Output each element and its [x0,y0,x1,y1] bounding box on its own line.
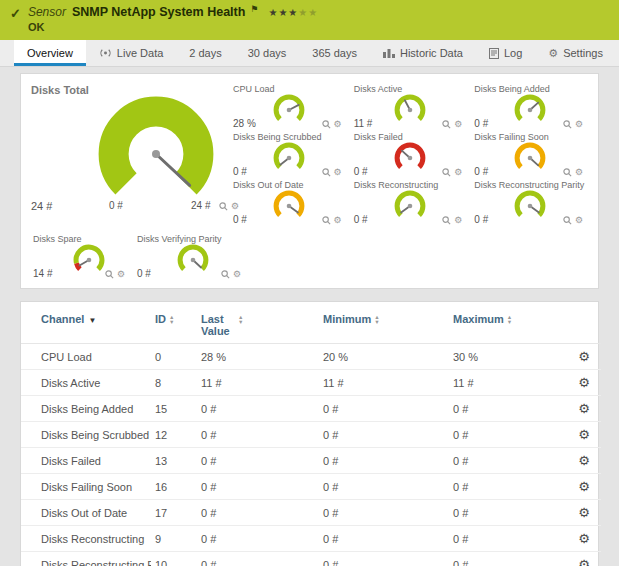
channel-id: 9 [151,526,197,552]
zoom-icon[interactable] [219,202,228,211]
sort-arrows-icon: ▲▼ [238,315,243,325]
channel-table-panel: Channel▼ ID▲▼ Last Value▲▼ Minimum▲▼ Max… [20,301,599,566]
gear-icon[interactable]: ⚙ [454,215,462,225]
gear-icon[interactable]: ⚙ [334,119,342,129]
gauge-disks-being-added: Disks Being Added0 #⚙ [472,84,593,132]
gauge-actions: ⚙ [322,119,342,129]
gauge-dial [514,190,546,222]
channel-settings-gear-icon[interactable]: ⚙ [578,505,590,520]
table-row: Disks Reconstructing90 #0 #0 #⚙ [21,526,601,552]
channel-id: 16 [151,474,197,500]
zoom-icon[interactable] [221,270,230,279]
column-header-settings [567,302,601,344]
gear-icon[interactable]: ⚙ [233,269,241,279]
gauge-actions: ⚙ [442,119,462,129]
gauge-disks-spare: Disks Spare14 #⚙ [31,234,135,282]
tab-historic-data[interactable]: Historic Data [370,40,476,66]
zoom-icon[interactable] [322,216,331,225]
zoom-icon[interactable] [563,216,572,225]
tab-settings[interactable]: ⚙ Settings [535,40,616,66]
channel-minimum: 0 # [319,552,449,566]
extra-gauges-grid: Disks Spare14 #⚙Disks Verifying Parity0 … [31,234,251,282]
channel-name: Disks Out of Date [21,500,151,526]
channel-settings-gear-icon[interactable]: ⚙ [578,427,590,442]
gauge-label: Disks Reconstructing Parity [474,180,584,190]
gauge-actions: ⚙ [442,215,462,225]
gear-icon[interactable]: ⚙ [334,215,342,225]
column-label: ID [155,313,166,325]
gauge-disks-out-of-date: Disks Out of Date0 #⚙ [231,180,352,228]
channel-id: 10 [151,552,197,566]
channel-name: Disks Failed [21,448,151,474]
channel-settings-cell: ⚙ [567,422,601,448]
gear-icon[interactable]: ⚙ [575,119,583,129]
gauge-dial [273,142,305,174]
column-header-last-value[interactable]: Last Value▲▼ [197,302,319,344]
gauge-cpu-load: CPU Load28 %⚙ [231,84,352,132]
channel-settings-gear-icon[interactable]: ⚙ [578,375,590,390]
gauge-label: CPU Load [233,84,275,94]
table-row: CPU Load028 %20 %30 %⚙ [21,344,601,370]
flag-icon[interactable]: ⚑ [250,4,258,14]
tab-30-days[interactable]: 30 days [235,40,300,66]
channel-settings-gear-icon[interactable]: ⚙ [578,531,590,546]
channel-last-value: 0 # [197,500,319,526]
table-row: Disks Active811 #11 #11 #⚙ [21,370,601,396]
channel-last-value: 0 # [197,448,319,474]
zoom-icon[interactable] [563,120,572,129]
column-header-minimum[interactable]: Minimum▲▼ [319,302,449,344]
gear-icon[interactable]: ⚙ [117,269,125,279]
zoom-icon[interactable] [563,168,572,177]
channel-settings-gear-icon[interactable]: ⚙ [578,479,590,494]
tab-2-days[interactable]: 2 days [176,40,234,66]
gauges-panel: Disks Total 0 # 24 # 24 # ⚙ CPU Load28 %… [20,73,599,289]
sort-desc-icon: ▼ [169,320,174,325]
sensor-title-block: Sensor SNMP NetApp System Health ⚑ ★★★★★… [28,5,609,40]
column-header-id[interactable]: ID▲▼ [151,302,197,344]
column-header-maximum[interactable]: Maximum▲▼ [449,302,567,344]
zoom-icon[interactable] [322,120,331,129]
gauge-value: 0 # [474,166,488,177]
zoom-icon[interactable] [105,270,114,279]
tab-label: Log [504,47,522,59]
gear-icon[interactable]: ⚙ [575,215,583,225]
tab-live-data[interactable]: Live Data [86,40,176,66]
channel-settings-gear-icon[interactable]: ⚙ [578,349,590,364]
channel-maximum: 30 % [449,344,567,370]
priority-stars[interactable]: ★★★★★ [268,7,318,18]
channel-maximum: 0 # [449,448,567,474]
tab-overview[interactable]: Overview [14,40,86,66]
tab-365-days[interactable]: 365 days [299,40,370,66]
channel-settings-cell: ⚙ [567,474,601,500]
column-label: Channel [41,313,84,325]
sensor-kind-label: Sensor [28,5,66,19]
gauge-label: Disks Being Added [474,84,550,94]
channel-settings-gear-icon[interactable]: ⚙ [578,453,590,468]
zoom-icon[interactable] [442,120,451,129]
gear-icon[interactable]: ⚙ [334,167,342,177]
gauge-value: 24 # [31,200,52,212]
zoom-icon[interactable] [442,216,451,225]
channel-id: 13 [151,448,197,474]
zoom-icon[interactable] [322,168,331,177]
channel-maximum: 0 # [449,422,567,448]
gauge-value: 0 # [233,214,247,225]
channel-maximum: 0 # [449,474,567,500]
tab-label: 30 days [248,47,287,59]
tab-log[interactable]: Log [476,40,535,66]
gauge-value: 0 # [233,166,247,177]
channel-table: Channel▼ ID▲▼ Last Value▲▼ Minimum▲▼ Max… [21,302,601,566]
zoom-icon[interactable] [442,168,451,177]
gauge-dial [273,94,305,126]
channel-settings-gear-icon[interactable]: ⚙ [578,557,590,566]
channel-settings-cell: ⚙ [567,448,601,474]
column-header-channel[interactable]: Channel▼ [21,302,151,344]
gauge-actions: ⚙ [442,167,462,177]
channel-id: 0 [151,344,197,370]
channel-settings-gear-icon[interactable]: ⚙ [578,401,590,416]
gauge-value: 0 # [354,214,368,225]
table-row: Disks Reconstructing P...100 #0 #0 #⚙ [21,552,601,566]
gear-icon[interactable]: ⚙ [454,119,462,129]
gear-icon[interactable]: ⚙ [454,167,462,177]
gear-icon[interactable]: ⚙ [575,167,583,177]
